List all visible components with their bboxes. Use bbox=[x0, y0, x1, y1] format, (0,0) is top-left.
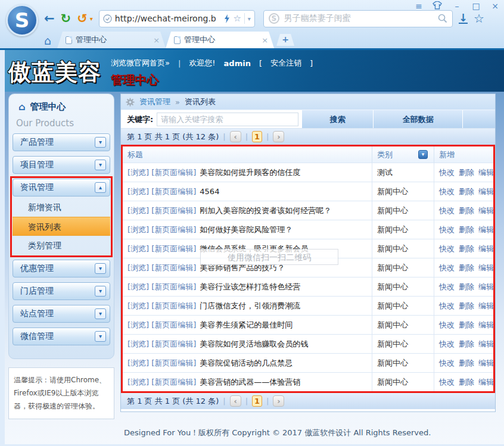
undo-dropdown-icon[interactable]: ▾ bbox=[90, 15, 93, 22]
sidebar-menu-item[interactable]: 微信管理▾ bbox=[13, 328, 110, 345]
delete-link[interactable]: 删除 bbox=[459, 224, 474, 235]
close-icon[interactable]: × bbox=[490, 1, 500, 11]
delete-link[interactable]: 删除 bbox=[459, 244, 474, 254]
browse-link[interactable]: [浏览] bbox=[127, 167, 149, 178]
sidebar-submenu-item[interactable]: 类别管理 bbox=[13, 236, 110, 255]
browse-link[interactable]: [浏览] bbox=[127, 244, 149, 254]
chevron-up-icon[interactable]: ▴ bbox=[95, 182, 106, 193]
edit-link[interactable]: 编辑 bbox=[478, 205, 493, 216]
edit-link[interactable]: 编辑 bbox=[478, 263, 493, 273]
edit-link[interactable]: 编辑 bbox=[478, 358, 493, 369]
edit-link[interactable]: 编辑 bbox=[478, 282, 493, 292]
tab-inactive[interactable]: 管理中心 × bbox=[57, 32, 166, 48]
quick-edit-link[interactable]: 快改 bbox=[439, 205, 455, 216]
chevron-down-icon[interactable]: ▾ bbox=[95, 286, 106, 297]
sidebar-menu-item[interactable]: 门店管理▾ bbox=[13, 282, 110, 300]
home-icon[interactable]: ⌂ bbox=[44, 33, 51, 48]
edit-link[interactable]: 编辑 bbox=[478, 224, 493, 235]
delete-link[interactable]: 删除 bbox=[459, 301, 474, 311]
new-page-edit-link[interactable]: [新页面编辑] bbox=[151, 244, 196, 254]
current-page-number[interactable]: 1 bbox=[252, 131, 262, 142]
quick-edit-link[interactable]: 快改 bbox=[439, 320, 455, 330]
quick-edit-link[interactable]: 快改 bbox=[439, 377, 455, 388]
new-page-edit-link[interactable]: [新页面编辑] bbox=[151, 167, 196, 178]
delete-link[interactable]: 删除 bbox=[459, 320, 474, 330]
category-filter-icon[interactable]: ▾ bbox=[418, 150, 428, 159]
sidebar-menu-item[interactable]: 项目管理▾ bbox=[13, 156, 110, 174]
delete-link[interactable]: 删除 bbox=[459, 358, 474, 369]
search-placeholder-text[interactable]: 男子幽禁妻子闺蜜 bbox=[284, 13, 433, 24]
back-icon[interactable]: ← bbox=[44, 10, 55, 27]
magnifier-icon[interactable] bbox=[438, 14, 447, 23]
new-page-edit-link[interactable]: [新页面编辑] bbox=[151, 205, 196, 216]
edit-link[interactable]: 编辑 bbox=[478, 167, 493, 178]
browse-link[interactable]: [浏览] bbox=[127, 186, 149, 197]
edit-link[interactable]: 编辑 bbox=[478, 377, 493, 388]
quick-edit-link[interactable]: 快改 bbox=[439, 301, 455, 311]
edit-link[interactable]: 编辑 bbox=[478, 339, 493, 350]
quick-edit-link[interactable]: 快改 bbox=[439, 224, 455, 235]
quick-edit-link[interactable]: 快改 bbox=[439, 244, 455, 254]
next-page-button[interactable]: › bbox=[273, 131, 284, 142]
browse-link[interactable]: [浏览] bbox=[127, 224, 149, 235]
refresh-icon[interactable]: ↻ bbox=[61, 10, 71, 27]
search-box[interactable]: S 男子幽禁妻子闺蜜 bbox=[263, 10, 453, 27]
undo-icon[interactable]: ↺ bbox=[77, 10, 88, 27]
new-page-edit-link[interactable]: [新页面编辑] bbox=[151, 339, 196, 350]
quick-edit-link[interactable]: 快改 bbox=[439, 263, 455, 273]
url-text[interactable]: http://wechat-meirong.b bbox=[115, 14, 222, 23]
keyword-input[interactable] bbox=[157, 113, 298, 126]
new-page-edit-link[interactable]: [新页面编辑] bbox=[151, 301, 196, 311]
prev-page-button[interactable]: ‹ bbox=[230, 395, 241, 407]
chevron-down-icon[interactable]: ▾ bbox=[95, 160, 106, 170]
tab-close-icon[interactable]: × bbox=[262, 36, 268, 45]
tab-close-icon[interactable]: × bbox=[153, 36, 160, 45]
new-page-edit-link[interactable]: [新页面编辑] bbox=[151, 320, 196, 330]
browse-link[interactable]: [浏览] bbox=[127, 358, 149, 369]
breadcrumb-parent-link[interactable]: 资讯管理 bbox=[139, 96, 170, 107]
address-dropdown-icon[interactable]: ▾ bbox=[248, 15, 251, 22]
delete-link[interactable]: 删除 bbox=[459, 339, 474, 350]
new-tab-button[interactable]: + bbox=[276, 34, 294, 46]
favorites-icon[interactable]: ☆ bbox=[474, 11, 484, 26]
download-icon[interactable]: ↓ bbox=[459, 13, 468, 24]
browse-site-link[interactable]: 浏览微官网首页» bbox=[111, 58, 170, 68]
browse-link[interactable]: [浏览] bbox=[127, 282, 149, 292]
delete-link[interactable]: 删除 bbox=[459, 186, 474, 197]
quick-edit-link[interactable]: 快改 bbox=[439, 282, 455, 292]
address-bar[interactable]: http://wechat-meirong.b ☆ ▾ bbox=[99, 10, 255, 27]
browse-link[interactable]: [浏览] bbox=[127, 377, 149, 388]
sidebar-menu-item[interactable]: 资讯管理▴ bbox=[13, 179, 110, 197]
quick-edit-link[interactable]: 快改 bbox=[439, 186, 455, 197]
all-data-button[interactable]: 全部数据 bbox=[374, 110, 463, 128]
bookmark-star-icon[interactable]: ☆ bbox=[233, 13, 241, 24]
chevron-down-icon[interactable]: ▾ bbox=[95, 308, 106, 319]
browse-link[interactable]: [浏览] bbox=[127, 205, 149, 216]
new-page-edit-link[interactable]: [新页面编辑] bbox=[151, 224, 196, 235]
browse-link[interactable]: [浏览] bbox=[127, 301, 149, 311]
tab-active[interactable]: 管理中心 × bbox=[166, 32, 274, 48]
quick-edit-link[interactable]: 快改 bbox=[439, 339, 455, 350]
sidebar-submenu-item[interactable]: 资讯列表 bbox=[13, 217, 110, 236]
chevron-down-icon[interactable]: ▾ bbox=[95, 263, 106, 274]
browse-link[interactable]: [浏览] bbox=[127, 320, 149, 330]
logout-link[interactable]: 安全注销 bbox=[270, 58, 301, 68]
sidebar-menu-item[interactable]: 优惠管理▾ bbox=[13, 260, 110, 277]
sidebar-menu-item[interactable]: 产品管理▾ bbox=[13, 133, 110, 151]
browse-link[interactable]: [浏览] bbox=[127, 339, 149, 350]
lightning-icon[interactable] bbox=[224, 14, 230, 23]
delete-link[interactable]: 删除 bbox=[459, 167, 474, 178]
sogou-logo[interactable]: S bbox=[6, 4, 38, 36]
edit-link[interactable]: 编辑 bbox=[478, 320, 493, 330]
quick-edit-link[interactable]: 快改 bbox=[439, 358, 455, 369]
new-page-edit-link[interactable]: [新页面编辑] bbox=[151, 358, 196, 369]
edit-link[interactable]: 编辑 bbox=[478, 244, 493, 254]
chevron-down-icon[interactable]: ▾ bbox=[95, 137, 106, 148]
edit-link[interactable]: 编辑 bbox=[478, 301, 493, 311]
sidebar-menu-item[interactable]: 站点管理▾ bbox=[13, 305, 110, 323]
delete-link[interactable]: 删除 bbox=[459, 377, 474, 388]
new-page-edit-link[interactable]: [新页面编辑] bbox=[151, 377, 196, 388]
new-page-edit-link[interactable]: [新页面编辑] bbox=[151, 282, 196, 292]
delete-link[interactable]: 删除 bbox=[459, 282, 474, 292]
current-page-number[interactable]: 1 bbox=[252, 395, 262, 407]
